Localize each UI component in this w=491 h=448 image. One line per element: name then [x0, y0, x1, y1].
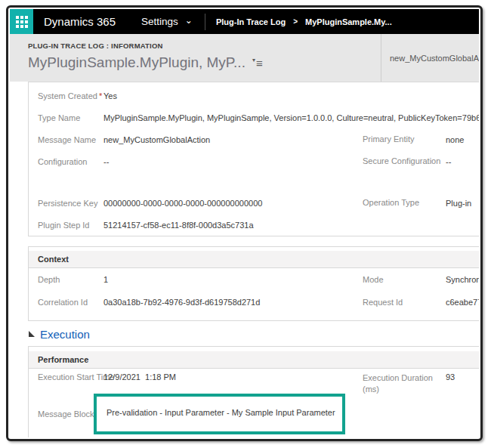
field-value-depth[interactable]: 1 [103, 275, 363, 284]
field-label: Type Name [38, 113, 103, 122]
annotation-highlight-box: Pre-validation - Input Parameter - My Sa… [94, 394, 345, 434]
field-label: Mode [363, 274, 446, 286]
field-row-persistence-key: Persistence Key 00000000-0000-0000-0000-… [29, 192, 479, 214]
field-row-system-created: System Created* Yes [29, 85, 479, 107]
field-value-primary-entity[interactable]: none [446, 135, 479, 144]
tab-execution[interactable]: Execution [29, 328, 479, 341]
field-value-request-id[interactable]: c6eabe77-8 [446, 298, 479, 307]
field-label: Execution Duration (ms) [363, 372, 446, 395]
screenshot-frame: Dynamics 365 Settings ⌄ Plug-In Trace Lo… [6, 5, 483, 441]
row-gap [29, 172, 479, 192]
field-label: Persistence Key [38, 199, 103, 208]
field-value-mode[interactable]: Synchronous [446, 275, 479, 284]
field-value-operation-type[interactable]: Plug-in [446, 199, 479, 208]
field-row-execution-start-time: Execution Start Time 12/9/2021 1:18 PM E… [29, 369, 479, 391]
breadcrumb-record[interactable]: MyPluginSample.My... [305, 17, 392, 26]
record-header-left: PLUG-IN TRACE LOG : INFORMATION MyPlugin… [10, 34, 381, 82]
form-selector-icon[interactable]: ▾ ≡ [252, 57, 263, 69]
section-context-title: Context [29, 251, 479, 268]
section-general: System Created* Yes Type Name MyPluginSa… [28, 82, 479, 236]
section-performance: Performance Execution Start Time 12/9/20… [28, 346, 479, 437]
field-value-persistence-key[interactable]: 00000000-0000-0000-0000-000000000000 [103, 199, 363, 208]
form-body: System Created* Yes Type Name MyPluginSa… [10, 82, 479, 437]
waffle-icon [16, 16, 28, 28]
section-performance-title: Performance [29, 351, 479, 369]
field-row-plugin-step-id: Plugin Step Id 51214157-cf58-ec11-8f8f-0… [29, 214, 479, 236]
field-label: Correlation Id [38, 298, 103, 307]
field-value-execution-duration[interactable]: 93 [446, 372, 479, 382]
field-label: Message Name [38, 135, 103, 144]
record-header: PLUG-IN TRACE LOG : INFORMATION MyPlugin… [10, 34, 479, 82]
field-row-correlation-id: Correlation Id 0a30a18b-7b92-4976-9d3f-d… [29, 291, 479, 314]
record-header-related-pane: new_MyCustomGlobalAc [381, 34, 479, 82]
required-marker: * [99, 91, 102, 100]
field-value-secure-configuration[interactable]: -- [446, 157, 479, 166]
breadcrumb-entity[interactable]: Plug-In Trace Log [216, 17, 286, 26]
field-label: Plugin Step Id [38, 221, 103, 230]
dynamics-app-window: Dynamics 365 Settings ⌄ Plug-In Trace Lo… [10, 9, 479, 437]
field-label: Execution Start Time [38, 372, 103, 382]
field-label: Depth [38, 275, 103, 284]
tab-execution-label: Execution [40, 328, 90, 341]
field-label: Request Id [363, 297, 446, 308]
field-value-system-created[interactable]: Yes [103, 91, 363, 100]
section-expander-icon [29, 331, 35, 337]
field-row-message-block: Message Block Pre-validation - Input Par… [29, 391, 479, 437]
field-value-correlation-id[interactable]: 0a30a18b-7b92-4976-9d3f-d619758d271d [103, 298, 363, 307]
app-launcher-button[interactable] [10, 9, 33, 34]
field-label: Configuration [38, 157, 103, 166]
top-navbar: Dynamics 365 Settings ⌄ Plug-In Trace Lo… [10, 9, 479, 34]
related-record-link[interactable]: new_MyCustomGlobalAc [390, 54, 479, 63]
field-value-type-name[interactable]: MyPluginSample.MyPlugin, MyPluginSample,… [103, 113, 363, 122]
field-label: System Created* [38, 91, 103, 100]
field-value-configuration[interactable]: -- [103, 157, 363, 166]
breadcrumb-separator-icon: > [293, 17, 298, 26]
field-row-type-name: Type Name MyPluginSample.MyPlugin, MyPlu… [29, 107, 479, 128]
field-row-configuration: Configuration -- Secure Configuration -- [29, 150, 479, 172]
field-value-message-name[interactable]: new_MyCustomGlobalAction [103, 135, 363, 144]
field-label: Secure Configuration [363, 156, 446, 167]
field-value-plugin-step-id[interactable]: 51214157-cf58-ec11-8f8f-000d3a5c731a [103, 221, 363, 230]
breadcrumb: Plug-In Trace Log > MyPluginSample.My... [216, 17, 392, 26]
chevron-down-icon: ⌄ [185, 16, 193, 25]
field-value-message-block[interactable]: Pre-validation - Input Parameter - My Sa… [107, 408, 335, 417]
field-value-execution-start-time[interactable]: 12/9/2021 1:18 PM [103, 372, 363, 382]
app-title[interactable]: Dynamics 365 [44, 15, 116, 28]
field-label: Operation Type [363, 197, 446, 209]
field-label: Primary Entity [363, 134, 446, 145]
area-switcher-settings[interactable]: Settings ⌄ [141, 16, 193, 27]
page-title: MyPluginSample.MyPlugin, MyP... [28, 54, 246, 71]
field-row-message-name: Message Name new_MyCustomGlobalAction Pr… [29, 128, 479, 150]
navbar-divider [205, 14, 205, 30]
field-row-depth: Depth 1 Mode Synchronous [29, 268, 479, 291]
section-context: Context Depth 1 Mode Synchronous Correla… [28, 246, 479, 321]
record-type-label: PLUG-IN TRACE LOG : INFORMATION [28, 42, 381, 50]
area-label: Settings [141, 16, 178, 27]
